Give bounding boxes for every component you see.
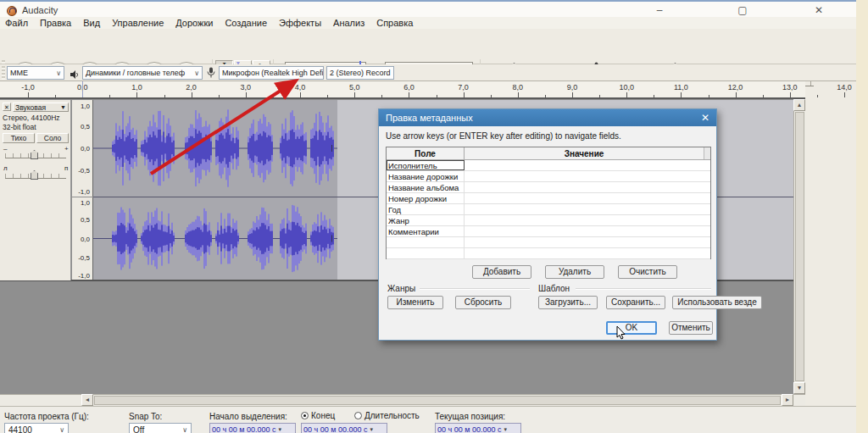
selection-end-field[interactable]: 00 ч 00 м 00.000 с▾ — [301, 423, 387, 433]
solo-button[interactable]: Соло — [36, 133, 69, 143]
menu-item-help[interactable]: Справка — [376, 18, 413, 28]
metadata-value-cell[interactable] — [465, 182, 704, 192]
metadata-field-cell[interactable]: Название альбома — [387, 182, 465, 192]
vertical-scale-label: 0,0 — [81, 145, 90, 153]
radio-unselected-icon — [354, 412, 362, 419]
chevron-down-icon: ∨ — [182, 426, 187, 433]
menu-item-generate[interactable]: Создание — [225, 18, 267, 28]
menu-item-control[interactable]: Управление — [112, 18, 164, 28]
title-bar[interactable]: Audacity – ▢ ✕ — [0, 0, 856, 17]
metadata-field-cell[interactable]: Год — [387, 204, 465, 214]
mute-button[interactable]: Тихо — [3, 133, 35, 143]
menu-bar: ФайлПравкаВидУправлениеДорожкиСозданиеЭф… — [0, 17, 856, 29]
template-everywhere-button[interactable]: Использовать везде — [672, 296, 762, 309]
metadata-field-cell[interactable] — [387, 237, 465, 247]
scroll-right-icon[interactable]: ▸ — [782, 394, 793, 406]
table-scrollbar[interactable] — [704, 147, 710, 159]
menu-item-edit[interactable]: Правка — [40, 18, 71, 28]
project-rate-select[interactable]: 44100∨ — [4, 423, 69, 433]
metadata-field-cell[interactable]: Исполнитель — [387, 160, 465, 170]
remove-button[interactable]: Удалить — [545, 265, 604, 279]
metadata-value-cell[interactable] — [465, 215, 704, 225]
cancel-button[interactable]: Отменить — [669, 321, 713, 335]
time-format-dropdown-icon[interactable]: ▾ — [370, 426, 373, 433]
clear-button[interactable]: Очистить — [618, 265, 677, 279]
horizontal-scroll-thumb[interactable] — [94, 396, 781, 405]
playhead-cursor — [82, 81, 83, 97]
playback-device-select[interactable]: Динамики / головные телеф∨ — [82, 66, 203, 80]
gain-slider-thumb[interactable] — [31, 150, 38, 159]
scroll-down-icon[interactable]: ▾ — [793, 382, 805, 394]
track-close-button[interactable]: ✕ — [3, 103, 11, 111]
genres-reset-button[interactable]: Сбросить — [455, 296, 511, 309]
minimize-button[interactable]: – — [651, 3, 668, 17]
audio-clip-right-channel[interactable] — [93, 197, 337, 280]
horizontal-scrollbar[interactable]: ◂ ▸ — [0, 394, 805, 406]
project-rate-label: Частота проекта (Гц): — [4, 412, 89, 421]
track-format-line2: 32-bit float — [3, 123, 36, 131]
template-save-button[interactable]: Сохранить... — [606, 296, 665, 309]
vertical-scale-label: -0,5 — [78, 167, 90, 175]
pan-slider-thumb[interactable] — [31, 170, 38, 180]
vertical-scroll-thumb[interactable] — [795, 112, 804, 381]
selection-end-radio[interactable]: Конец — [301, 411, 335, 420]
device-toolbar: MME∨ Динамики / головные телеф∨ Микрофон… — [0, 64, 856, 81]
dialog-title-bar[interactable]: Правка метаданных ✕ — [379, 109, 716, 126]
add-button[interactable]: Добавить — [472, 265, 531, 279]
maximize-button[interactable]: ▢ — [734, 3, 751, 17]
ruler-label: 11,0 — [674, 83, 688, 92]
current-position-field: 00 ч 00 м 00.000 с▾ — [435, 423, 521, 433]
selection-toolbar: Частота проекта (Гц): 44100∨ Snap To: Of… — [0, 406, 856, 433]
timeline-ruler[interactable]: -1,00,01,02,03,04,05,06,07,08,09,010,011… — [0, 81, 805, 99]
device-grip[interactable] — [2, 66, 5, 80]
metadata-value-cell[interactable] — [465, 204, 704, 214]
metadata-field-cell[interactable]: Жанр — [387, 215, 465, 225]
metadata-field-cell[interactable]: Номер дорожки — [387, 193, 465, 203]
metadata-value-cell[interactable] — [465, 193, 704, 203]
metadata-field-cell[interactable]: Название дорожки — [387, 171, 465, 181]
metadata-value-cell[interactable] — [465, 237, 704, 247]
metadata-value-cell[interactable] — [465, 171, 704, 181]
vertical-scale-left[interactable]: 1,00,50,0-0,5-1,0 — [72, 100, 93, 197]
selection-start-field[interactable]: 00 ч 00 м 00.000 с▾ — [209, 423, 296, 433]
metadata-value-cell[interactable] — [465, 226, 704, 236]
menu-item-file[interactable]: Файл — [5, 18, 28, 28]
metadata-row: Номер дорожки — [387, 193, 710, 204]
metadata-dialog: Правка метаданных ✕ Use arrow keys (or E… — [378, 108, 717, 341]
time-format-dropdown-icon[interactable]: ▾ — [278, 426, 281, 433]
recording-device-icon — [206, 66, 216, 82]
template-load-button[interactable]: Загрузить... — [538, 296, 598, 309]
vertical-scrollbar[interactable]: ▴ ▾ — [793, 99, 805, 394]
waveform-right — [93, 197, 337, 280]
recording-channels-select[interactable]: 2 (Stereo) Record∨ — [326, 66, 394, 80]
desktop-edge — [856, 0, 868, 433]
audio-clip-left-channel[interactable] — [93, 100, 337, 197]
metadata-row: Исполнитель — [387, 160, 710, 171]
screenshot-root: Audacity – ▢ ✕ ФайлПравкаВидУправлениеДо… — [0, 0, 868, 433]
track-menu-icon: ▼ — [60, 103, 66, 111]
menu-item-analyze[interactable]: Анализ — [333, 18, 364, 28]
selection-length-radio[interactable]: Длительность — [354, 411, 420, 420]
menu-item-tracks[interactable]: Дорожки — [175, 18, 213, 28]
metadata-value-cell[interactable] — [465, 248, 704, 258]
track-name-menu[interactable]: Звуковая▼ — [13, 103, 69, 112]
snap-to-select[interactable]: Off∨ — [129, 423, 192, 433]
dialog-close-icon[interactable]: ✕ — [701, 112, 709, 124]
pan-right-label: п — [64, 164, 68, 172]
scroll-up-icon[interactable]: ▴ — [793, 99, 805, 111]
audio-host-select[interactable]: MME∨ — [7, 66, 64, 80]
menu-item-effects[interactable]: Эффекты — [279, 18, 321, 28]
close-button[interactable]: ✕ — [810, 3, 827, 17]
metadata-value-cell[interactable] — [465, 160, 704, 170]
genres-edit-button[interactable]: Изменить — [387, 296, 443, 309]
vertical-scale-label: 0,5 — [81, 122, 90, 130]
metadata-field-cell[interactable]: Комментарии — [387, 226, 465, 236]
menu-item-view[interactable]: Вид — [83, 18, 100, 28]
ok-button[interactable]: OK — [606, 321, 657, 335]
recording-device-select[interactable]: Микрофон (Realtek High Defir∨ — [219, 66, 324, 80]
ruler-label: 2,0 — [186, 83, 197, 92]
scroll-left-icon[interactable]: ◂ — [81, 394, 93, 406]
vertical-scale-right[interactable]: 1,00,50,0-0,5-1,0 — [72, 197, 93, 280]
time-format-dropdown-icon[interactable]: ▾ — [504, 426, 507, 433]
metadata-field-cell[interactable] — [387, 248, 465, 258]
